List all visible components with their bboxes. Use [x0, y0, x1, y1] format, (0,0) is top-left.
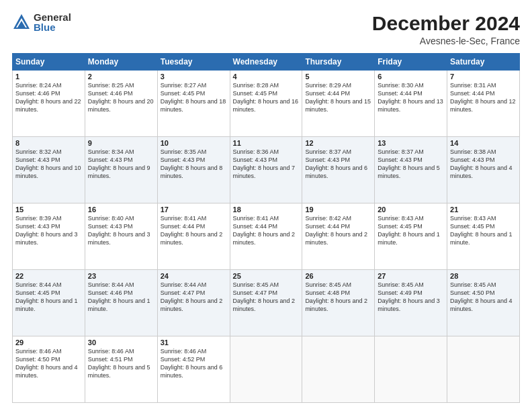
- calendar-cell: 6 Sunrise: 8:30 AMSunset: 4:44 PMDayligh…: [375, 71, 447, 137]
- day-number: 4: [233, 73, 300, 81]
- calendar-cell: 19 Sunrise: 8:42 AMSunset: 4:44 PMDaylig…: [302, 203, 375, 270]
- day-number: 22: [15, 272, 82, 280]
- calendar-cell: 22 Sunrise: 8:44 AMSunset: 4:45 PMDaylig…: [13, 270, 85, 336]
- day-info: Sunrise: 8:37 AMSunset: 4:43 PMDaylight:…: [378, 148, 440, 179]
- calendar-cell: 31 Sunrise: 8:46 AMSunset: 4:52 PMDaylig…: [157, 336, 230, 403]
- calendar-cell: 28 Sunrise: 8:45 AMSunset: 4:50 PMDaylig…: [447, 270, 520, 336]
- day-info: Sunrise: 8:44 AMSunset: 4:46 PMDaylight:…: [88, 281, 150, 312]
- calendar-cell: 14 Sunrise: 8:38 AMSunset: 4:43 PMDaylig…: [447, 137, 520, 203]
- day-info: Sunrise: 8:45 AMSunset: 4:48 PMDaylight:…: [305, 281, 367, 312]
- calendar-week-row: 15 Sunrise: 8:39 AMSunset: 4:43 PMDaylig…: [13, 203, 520, 270]
- day-number: 6: [378, 73, 444, 81]
- logo-icon: [12, 13, 31, 32]
- calendar-cell: 15 Sunrise: 8:39 AMSunset: 4:43 PMDaylig…: [13, 203, 85, 270]
- day-info: Sunrise: 8:38 AMSunset: 4:43 PMDaylight:…: [450, 148, 513, 179]
- logo-general-text: General: [34, 12, 71, 22]
- day-info: Sunrise: 8:36 AMSunset: 4:43 PMDaylight:…: [233, 148, 296, 179]
- header-saturday: Saturday: [447, 54, 520, 71]
- day-number: 31: [161, 338, 227, 347]
- day-number: 21: [450, 205, 517, 214]
- calendar-cell: [230, 336, 302, 403]
- day-number: 7: [450, 73, 517, 81]
- calendar-cell: 5 Sunrise: 8:29 AMSunset: 4:44 PMDayligh…: [302, 71, 375, 137]
- day-number: 20: [378, 205, 444, 214]
- calendar-cell: [375, 336, 447, 403]
- day-number: 27: [378, 272, 444, 280]
- day-number: 28: [450, 272, 517, 280]
- calendar-cell: 9 Sunrise: 8:34 AMSunset: 4:43 PMDayligh…: [85, 137, 157, 203]
- day-info: Sunrise: 8:35 AMSunset: 4:43 PMDaylight:…: [161, 148, 223, 179]
- logo-blue-text: Blue: [34, 22, 71, 32]
- day-info: Sunrise: 8:25 AMSunset: 4:46 PMDaylight:…: [88, 82, 154, 113]
- day-info: Sunrise: 8:41 AMSunset: 4:44 PMDaylight:…: [161, 215, 223, 246]
- calendar-week-row: 8 Sunrise: 8:32 AMSunset: 4:43 PMDayligh…: [13, 137, 520, 203]
- day-info: Sunrise: 8:41 AMSunset: 4:44 PMDaylight:…: [233, 215, 296, 246]
- weekday-header-row: Sunday Monday Tuesday Wednesday Thursday…: [13, 54, 520, 71]
- day-number: 11: [233, 139, 300, 147]
- calendar-week-row: 22 Sunrise: 8:44 AMSunset: 4:45 PMDaylig…: [13, 270, 520, 336]
- header-monday: Monday: [85, 54, 157, 71]
- calendar-cell: [447, 336, 520, 403]
- day-info: Sunrise: 8:43 AMSunset: 4:45 PMDaylight:…: [378, 215, 440, 246]
- calendar-cell: 29 Sunrise: 8:46 AMSunset: 4:50 PMDaylig…: [13, 336, 85, 403]
- calendar-cell: 20 Sunrise: 8:43 AMSunset: 4:45 PMDaylig…: [375, 203, 447, 270]
- calendar-cell: [302, 336, 375, 403]
- calendar-week-row: 1 Sunrise: 8:24 AMSunset: 4:46 PMDayligh…: [13, 71, 520, 137]
- calendar-cell: 27 Sunrise: 8:45 AMSunset: 4:49 PMDaylig…: [375, 270, 447, 336]
- calendar-cell: 8 Sunrise: 8:32 AMSunset: 4:43 PMDayligh…: [13, 137, 85, 203]
- day-number: 12: [305, 139, 371, 147]
- day-number: 14: [450, 139, 517, 147]
- title-block: December 2024 Avesnes-le-Sec, France: [372, 12, 520, 46]
- calendar-cell: 3 Sunrise: 8:27 AMSunset: 4:45 PMDayligh…: [157, 71, 230, 137]
- day-number: 5: [305, 73, 371, 81]
- day-info: Sunrise: 8:46 AMSunset: 4:51 PMDaylight:…: [88, 348, 150, 379]
- calendar-week-row: 29 Sunrise: 8:46 AMSunset: 4:50 PMDaylig…: [13, 336, 520, 403]
- day-info: Sunrise: 8:29 AMSunset: 4:44 PMDaylight:…: [305, 82, 371, 113]
- calendar-cell: 23 Sunrise: 8:44 AMSunset: 4:46 PMDaylig…: [85, 270, 157, 336]
- day-number: 18: [233, 205, 300, 214]
- day-info: Sunrise: 8:45 AMSunset: 4:49 PMDaylight:…: [378, 281, 440, 312]
- day-info: Sunrise: 8:44 AMSunset: 4:47 PMDaylight:…: [161, 281, 223, 312]
- header-tuesday: Tuesday: [157, 54, 230, 71]
- header-sunday: Sunday: [13, 54, 85, 71]
- header-wednesday: Wednesday: [230, 54, 302, 71]
- day-info: Sunrise: 8:43 AMSunset: 4:45 PMDaylight:…: [450, 215, 513, 246]
- day-info: Sunrise: 8:46 AMSunset: 4:50 PMDaylight:…: [15, 348, 78, 379]
- calendar-cell: 7 Sunrise: 8:31 AMSunset: 4:44 PMDayligh…: [447, 71, 520, 137]
- calendar-cell: 21 Sunrise: 8:43 AMSunset: 4:45 PMDaylig…: [447, 203, 520, 270]
- calendar-cell: 11 Sunrise: 8:36 AMSunset: 4:43 PMDaylig…: [230, 137, 302, 203]
- day-info: Sunrise: 8:24 AMSunset: 4:46 PMDaylight:…: [15, 82, 81, 113]
- day-info: Sunrise: 8:45 AMSunset: 4:50 PMDaylight:…: [450, 281, 513, 312]
- calendar-cell: 12 Sunrise: 8:37 AMSunset: 4:43 PMDaylig…: [302, 137, 375, 203]
- day-info: Sunrise: 8:34 AMSunset: 4:43 PMDaylight:…: [88, 148, 150, 179]
- day-number: 16: [88, 205, 154, 214]
- day-number: 15: [15, 205, 82, 214]
- day-number: 19: [305, 205, 371, 214]
- header-friday: Friday: [375, 54, 447, 71]
- calendar-cell: 18 Sunrise: 8:41 AMSunset: 4:44 PMDaylig…: [230, 203, 302, 270]
- day-info: Sunrise: 8:39 AMSunset: 4:43 PMDaylight:…: [15, 215, 78, 246]
- day-info: Sunrise: 8:28 AMSunset: 4:45 PMDaylight:…: [233, 82, 299, 113]
- calendar-cell: 13 Sunrise: 8:37 AMSunset: 4:43 PMDaylig…: [375, 137, 447, 203]
- calendar-cell: 24 Sunrise: 8:44 AMSunset: 4:47 PMDaylig…: [157, 270, 230, 336]
- day-number: 23: [88, 272, 154, 280]
- day-number: 3: [161, 73, 227, 81]
- day-number: 13: [378, 139, 444, 147]
- header-thursday: Thursday: [302, 54, 375, 71]
- logo: General Blue: [12, 12, 71, 32]
- location: Avesnes-le-Sec, France: [372, 36, 520, 46]
- day-info: Sunrise: 8:32 AMSunset: 4:43 PMDaylight:…: [15, 148, 81, 179]
- day-info: Sunrise: 8:40 AMSunset: 4:43 PMDaylight:…: [88, 215, 150, 246]
- calendar-cell: 2 Sunrise: 8:25 AMSunset: 4:46 PMDayligh…: [85, 71, 157, 137]
- day-info: Sunrise: 8:37 AMSunset: 4:43 PMDaylight:…: [305, 148, 367, 179]
- calendar-cell: 26 Sunrise: 8:45 AMSunset: 4:48 PMDaylig…: [302, 270, 375, 336]
- header: General Blue December 2024 Avesnes-le-Se…: [12, 12, 520, 46]
- day-info: Sunrise: 8:27 AMSunset: 4:45 PMDaylight:…: [161, 82, 226, 113]
- day-info: Sunrise: 8:31 AMSunset: 4:44 PMDaylight:…: [450, 82, 516, 113]
- calendar-page: General Blue December 2024 Avesnes-le-Se…: [0, 0, 532, 411]
- logo-text: General Blue: [34, 12, 71, 32]
- day-info: Sunrise: 8:42 AMSunset: 4:44 PMDaylight:…: [305, 215, 367, 246]
- day-number: 24: [161, 272, 227, 280]
- calendar-cell: 17 Sunrise: 8:41 AMSunset: 4:44 PMDaylig…: [157, 203, 230, 270]
- day-number: 1: [15, 73, 82, 81]
